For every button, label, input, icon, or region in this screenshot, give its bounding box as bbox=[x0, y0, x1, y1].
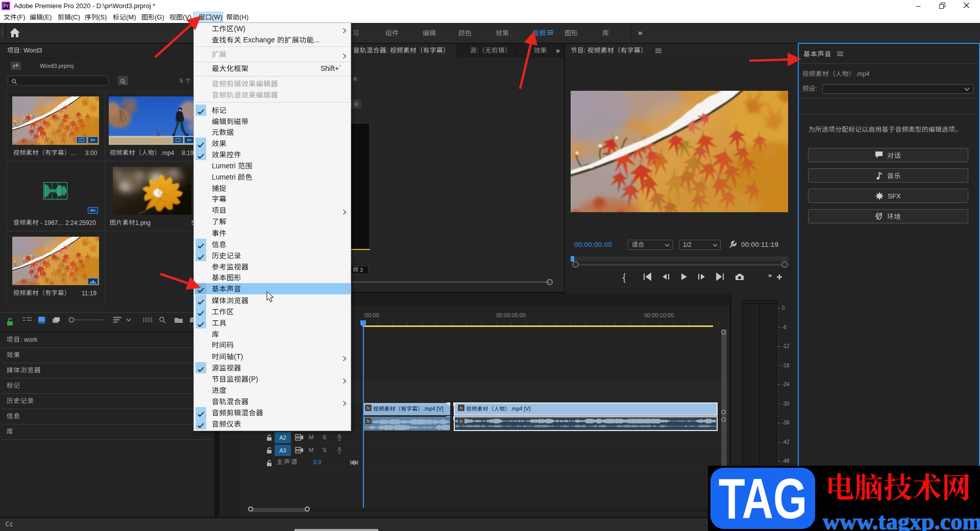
svg-text:»: » bbox=[768, 271, 772, 279]
